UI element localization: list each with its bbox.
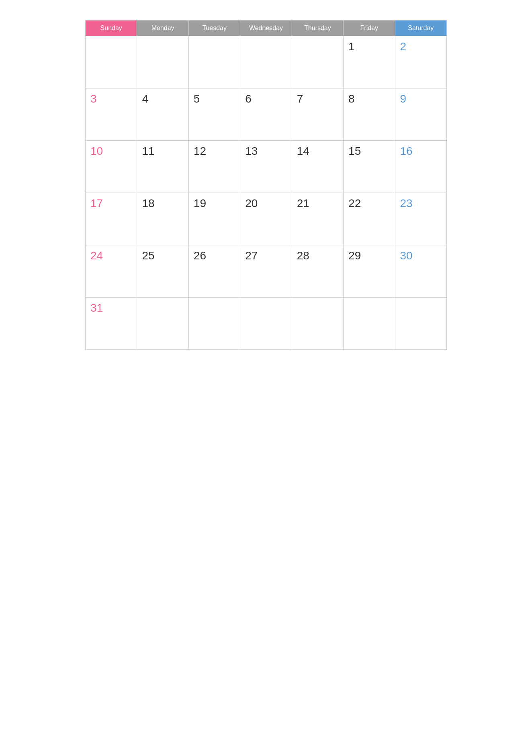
calendar-day: 25: [137, 245, 188, 298]
calendar-day: 8: [344, 88, 395, 141]
calendar-day: 20: [240, 193, 292, 245]
calendar-week-3: 10111213141516: [86, 141, 447, 193]
weekday-header-friday: Friday: [344, 21, 395, 36]
calendar-day: [137, 298, 188, 350]
calendar-day: [344, 298, 395, 350]
calendar-day: 24: [86, 245, 137, 298]
weekday-header-wednesday: Wednesday: [240, 21, 292, 36]
calendar-day: 5: [188, 88, 240, 141]
calendar-day: [292, 298, 343, 350]
calendar-day: 27: [240, 245, 292, 298]
calendar-day: [137, 36, 188, 88]
calendar-day: [240, 298, 292, 350]
calendar-week-5: 24252627282930: [86, 245, 447, 298]
calendar-day: 9: [395, 88, 446, 141]
calendar-day: 31: [86, 298, 137, 350]
calendar-day: [86, 36, 137, 88]
calendar-day: 28: [292, 245, 343, 298]
calendar-day: [292, 36, 343, 88]
calendar-day: 30: [395, 245, 446, 298]
calendar-grid: SundayMondayTuesdayWednesdayThursdayFrid…: [85, 20, 447, 350]
calendar-day: 18: [137, 193, 188, 245]
calendar-day: [188, 36, 240, 88]
calendar-day: 2: [395, 36, 446, 88]
calendar-body: 1234567891011121314151617181920212223242…: [86, 36, 447, 350]
weekday-header-tuesday: Tuesday: [188, 21, 240, 36]
weekday-header-thursday: Thursday: [292, 21, 343, 36]
calendar-day: 13: [240, 141, 292, 193]
calendar-day: 23: [395, 193, 446, 245]
calendar-day: 22: [344, 193, 395, 245]
calendar-day: 15: [344, 141, 395, 193]
calendar-day: 7: [292, 88, 343, 141]
calendar-day: 10: [86, 141, 137, 193]
calendar-day: 12: [188, 141, 240, 193]
calendar-week-2: 3456789: [86, 88, 447, 141]
calendar-day: 21: [292, 193, 343, 245]
calendar-day: 3: [86, 88, 137, 141]
calendar-day: 6: [240, 88, 292, 141]
calendar-day: 11: [137, 141, 188, 193]
calendar-week-1: 12: [86, 36, 447, 88]
calendar-day: 17: [86, 193, 137, 245]
calendar-day: 29: [344, 245, 395, 298]
weekday-header-row: SundayMondayTuesdayWednesdayThursdayFrid…: [86, 21, 447, 36]
calendar-day: 26: [188, 245, 240, 298]
weekday-header-monday: Monday: [137, 21, 188, 36]
calendar-day: [395, 298, 446, 350]
weekday-header-sunday: Sunday: [86, 21, 137, 36]
calendar-day: 14: [292, 141, 343, 193]
weekday-header-saturday: Saturday: [395, 21, 446, 36]
calendar-header: [85, 8, 447, 20]
calendar-day: 19: [188, 193, 240, 245]
calendar-day: 16: [395, 141, 446, 193]
calendar-day: 4: [137, 88, 188, 141]
calendar-day: [188, 298, 240, 350]
calendar-day: [240, 36, 292, 88]
calendar: SundayMondayTuesdayWednesdayThursdayFrid…: [85, 8, 447, 350]
calendar-week-4: 17181920212223: [86, 193, 447, 245]
calendar-week-6: 31: [86, 298, 447, 350]
calendar-day: 1: [344, 36, 395, 88]
